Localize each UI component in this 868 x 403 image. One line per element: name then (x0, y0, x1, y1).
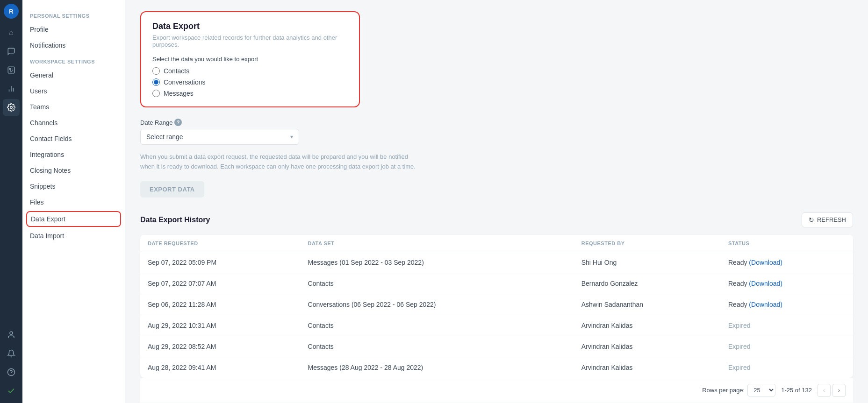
personal-settings-section: Personal Settings (22, 7, 125, 21)
rows-per-page-label: Rows per page: (702, 387, 745, 394)
cell-requested-by: Bernardo Gonzalez (574, 273, 721, 294)
select-label: Select the data you would like to export (152, 56, 348, 63)
radio-messages[interactable]: Messages (152, 90, 348, 97)
cell-dataset: Messages (01 Sep 2022 - 03 Sep 2022) (301, 252, 574, 273)
col-requested-by: REQUESTED BY (574, 235, 721, 252)
date-range-value: Select range (146, 133, 183, 141)
cell-date: Aug 29, 2022 08:52 AM (140, 336, 301, 357)
download-link[interactable]: (Download) (749, 280, 782, 287)
cell-requested-by: Arvindran Kalidas (574, 357, 721, 378)
radio-contacts[interactable]: Contacts (152, 67, 348, 75)
radio-messages-input[interactable] (152, 90, 160, 97)
notifications-bottom-icon[interactable] (3, 345, 20, 362)
download-link[interactable]: (Download) (749, 259, 782, 266)
sidebar-item-teams[interactable]: Teams (22, 99, 125, 115)
cell-dataset: Contacts (301, 273, 574, 294)
settings-icon[interactable] (3, 99, 20, 116)
cell-dataset: Messages (28 Aug 2022 - 28 Aug 2022) (301, 357, 574, 378)
cell-requested-by: Arvindran Kalidas (574, 315, 721, 336)
sidebar-item-data-export[interactable]: Data Export (26, 211, 121, 227)
download-link[interactable]: (Download) (749, 301, 782, 308)
table-row: Sep 07, 2022 05:09 PM Messages (01 Sep 2… (140, 252, 853, 273)
rows-per-page: Rows per page: 25 50 100 (702, 384, 775, 396)
status-badge: Expired (728, 364, 750, 371)
cell-requested-by: Shi Hui Ong (574, 252, 721, 273)
cell-status: Ready (Download) (721, 294, 853, 315)
sidebar-item-users[interactable]: Users (22, 83, 125, 99)
cell-date: Aug 29, 2022 10:31 AM (140, 315, 301, 336)
table-row: Aug 29, 2022 10:31 AM Contacts Arvindran… (140, 315, 853, 336)
workspace-settings-section: Workspace Settings (22, 53, 125, 67)
sidebar-item-profile[interactable]: Profile (22, 21, 125, 37)
table-row: Aug 28, 2022 09:41 AM Messages (28 Aug 2… (140, 357, 853, 378)
svg-rect-0 (8, 67, 14, 73)
contacts-icon[interactable] (3, 62, 20, 78)
left-nav: Personal Settings Profile Notifications … (22, 0, 125, 403)
help-tooltip-icon: ? (174, 119, 182, 126)
sidebar-item-closing-notes[interactable]: Closing Notes (22, 163, 125, 178)
cell-requested-by: Ashwin Sadananthan (574, 294, 721, 315)
cell-status: Ready (Download) (721, 273, 853, 294)
radio-contacts-label: Contacts (164, 67, 189, 75)
date-range-select[interactable]: Select range ▾ (140, 129, 299, 145)
conversations-icon[interactable] (3, 43, 20, 60)
status-badge: Ready (728, 280, 747, 287)
icon-sidebar: R ⌂ (0, 0, 22, 403)
export-subtitle: Export workspace related records for fur… (152, 34, 348, 48)
radio-messages-label: Messages (164, 90, 194, 97)
cell-date: Sep 06, 2022 11:28 AM (140, 294, 301, 315)
refresh-button[interactable]: ↻ REFRESH (802, 212, 853, 227)
cell-requested-by: Arvindran Kalidas (574, 336, 721, 357)
export-data-button[interactable]: EXPORT DATA (140, 181, 204, 198)
svg-point-6 (10, 332, 13, 334)
profile-bottom-icon[interactable] (3, 326, 20, 343)
history-header: Data Export History ↻ REFRESH (140, 212, 853, 227)
date-range-section: Date Range ? Select range ▾ (140, 119, 853, 145)
sidebar-item-notifications[interactable]: Notifications (22, 37, 125, 53)
cell-date: Aug 28, 2022 09:41 AM (140, 357, 301, 378)
status-badge: Expired (728, 343, 750, 350)
cell-status: Ready (Download) (721, 252, 853, 273)
col-status: STATUS (721, 235, 853, 252)
cell-dataset: Contacts (301, 336, 574, 357)
date-range-label: Date Range ? (140, 119, 853, 126)
export-card: Data Export Export workspace related rec… (140, 11, 360, 107)
checkmark-icon[interactable] (3, 382, 20, 399)
radio-conversations-input[interactable] (152, 78, 160, 86)
cell-status: Expired (721, 315, 853, 336)
status-badge: Ready (728, 301, 747, 308)
sidebar-item-files[interactable]: Files (22, 194, 125, 210)
cell-dataset: Contacts (301, 315, 574, 336)
table-row: Sep 06, 2022 11:28 AM Conversations (06 … (140, 294, 853, 315)
col-dataset: DATA SET (301, 235, 574, 252)
radio-group: Contacts Conversations Messages (152, 67, 348, 97)
cell-date: Sep 07, 2022 07:07 AM (140, 273, 301, 294)
page-nav: ‹ › (818, 384, 846, 397)
radio-conversations-label: Conversations (164, 78, 206, 86)
sidebar-item-general[interactable]: General (22, 67, 125, 83)
next-page-button[interactable]: › (832, 384, 846, 397)
rows-per-page-select[interactable]: 25 50 100 (747, 384, 775, 396)
cell-status: Expired (721, 336, 853, 357)
svg-point-1 (9, 68, 11, 70)
help-icon[interactable] (3, 364, 20, 381)
cell-status: Expired (721, 357, 853, 378)
page-range: 1-25 of 132 (781, 387, 812, 394)
user-avatar[interactable]: R (4, 4, 19, 19)
refresh-icon: ↻ (809, 216, 814, 224)
sidebar-item-data-import[interactable]: Data Import (22, 228, 125, 244)
col-date: DATE REQUESTED (140, 235, 301, 252)
reports-icon[interactable] (3, 80, 20, 97)
sidebar-item-channels[interactable]: Channels (22, 115, 125, 131)
sidebar-item-snippets[interactable]: Snippets (22, 178, 125, 194)
sidebar-item-integrations[interactable]: Integrations (22, 147, 125, 163)
svg-point-5 (10, 106, 13, 109)
history-table: DATE REQUESTED DATA SET REQUESTED BY STA… (140, 235, 853, 378)
refresh-label: REFRESH (817, 216, 846, 223)
prev-page-button[interactable]: ‹ (818, 384, 831, 397)
pagination: Rows per page: 25 50 100 1-25 of 132 ‹ › (140, 378, 853, 403)
radio-contacts-input[interactable] (152, 67, 160, 75)
radio-conversations[interactable]: Conversations (152, 78, 348, 86)
home-icon[interactable]: ⌂ (3, 24, 20, 41)
sidebar-item-contact-fields[interactable]: Contact Fields (22, 131, 125, 147)
